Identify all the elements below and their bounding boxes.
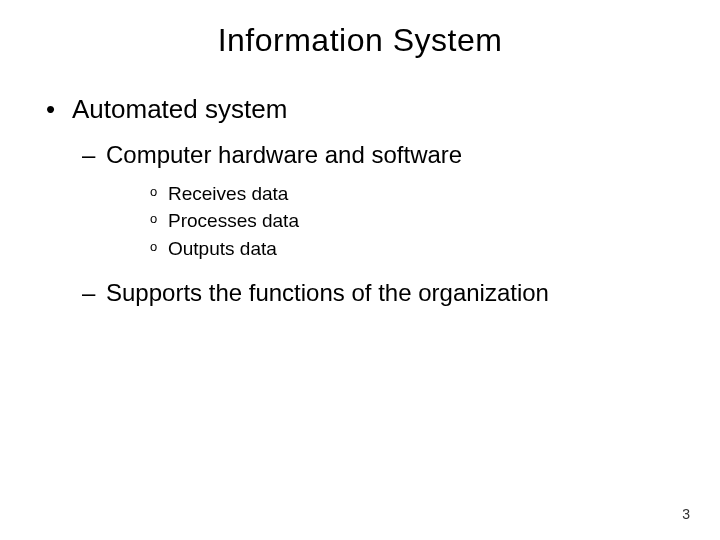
bullet-level-3-text: Processes data xyxy=(168,207,299,235)
bullet-level-1-text: Automated system xyxy=(72,93,287,126)
bullet-level-3: o Receives data xyxy=(150,180,720,208)
bullet-level-3: o Processes data xyxy=(150,207,720,235)
bullet-level-3-text: Outputs data xyxy=(168,235,277,263)
bullet-level-1: • Automated system xyxy=(46,93,720,126)
dash-icon: – xyxy=(82,140,106,170)
bullet-level-3-text: Receives data xyxy=(168,180,288,208)
bullet-level-3-group: o Receives data o Processes data o Outpu… xyxy=(150,180,720,263)
slide-body: • Automated system – Computer hardware a… xyxy=(0,59,720,308)
bullet-level-2-text: Supports the functions of the organizati… xyxy=(106,278,549,308)
bullet-level-3: o Outputs data xyxy=(150,235,720,263)
bullet-level-2: – Computer hardware and software xyxy=(82,140,720,170)
bullet-level-2: – Supports the functions of the organiza… xyxy=(82,278,720,308)
circle-icon: o xyxy=(150,180,168,208)
circle-icon: o xyxy=(150,235,168,263)
circle-icon: o xyxy=(150,207,168,235)
bullet-dot-icon: • xyxy=(46,93,72,126)
slide: Information System • Automated system – … xyxy=(0,0,720,540)
bullet-level-2-text: Computer hardware and software xyxy=(106,140,462,170)
slide-title: Information System xyxy=(0,0,720,59)
dash-icon: – xyxy=(82,278,106,308)
page-number: 3 xyxy=(682,506,690,522)
